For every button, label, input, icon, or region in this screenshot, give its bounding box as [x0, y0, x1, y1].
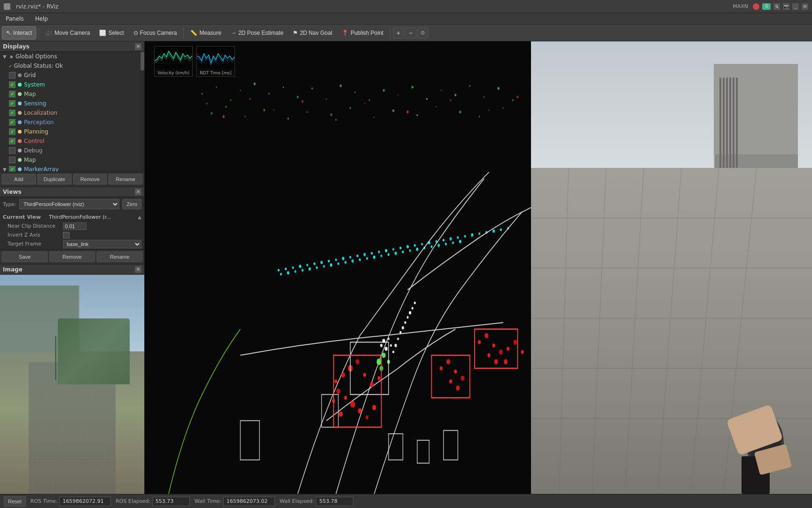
views-remove-button[interactable]: Remove	[49, 252, 95, 262]
wall-time-value[interactable]: 1659862073.02	[223, 497, 275, 506]
invert-z-checkbox[interactable]	[63, 232, 70, 238]
views-close-button[interactable]: ✕	[135, 189, 141, 195]
image-close-button[interactable]: ✕	[135, 266, 141, 273]
svg-point-77	[421, 243, 423, 246]
views-zero-button[interactable]: Zero	[122, 199, 141, 209]
display-label: Localization	[24, 110, 139, 116]
display-item-map2[interactable]: Map	[0, 155, 141, 165]
nav-goal-button[interactable]: ⚑ 2D Nav Goal	[289, 26, 336, 40]
network-icon[interactable]: ⇅	[773, 3, 780, 10]
add-button[interactable]: Add	[2, 174, 36, 184]
select-button[interactable]: ⬜ Select	[95, 26, 128, 40]
display-label: Global Status: Ok	[14, 63, 139, 69]
views-title: Views	[3, 189, 133, 195]
svg-point-92	[294, 270, 296, 273]
views-save-button[interactable]: Save	[2, 252, 47, 262]
svg-point-60	[299, 265, 301, 268]
ndt-plot: NDT Time [ms]	[196, 46, 235, 77]
svg-point-103	[373, 255, 375, 259]
check-box-marker[interactable]: ✓	[9, 166, 16, 172]
duplicate-button[interactable]: Duplicate	[38, 174, 71, 184]
display-item-sensing[interactable]: ✓ Sensing	[0, 99, 141, 108]
svg-point-138	[513, 340, 517, 345]
svg-point-143	[454, 370, 457, 373]
display-label: Sensing	[24, 100, 139, 107]
check-box-map2[interactable]	[9, 157, 16, 163]
displays-close-button[interactable]: ✕	[135, 43, 141, 50]
display-item-control[interactable]: ✓ Control	[0, 136, 141, 146]
screenshot-icon[interactable]: 📷	[783, 3, 789, 10]
zoom-fit-button[interactable]: ⊙	[417, 27, 429, 39]
check-box-planning[interactable]: ✓	[9, 128, 16, 135]
minimize-icon[interactable]: _	[792, 3, 799, 10]
near-clip-input[interactable]	[63, 222, 86, 230]
display-item-localization[interactable]: ✓ Localization	[0, 108, 141, 118]
svg-point-61	[306, 264, 308, 267]
svg-point-10	[230, 99, 232, 101]
gpu-icon[interactable]: G	[762, 3, 771, 10]
check-box-perception[interactable]: ✓	[9, 119, 16, 126]
measure-button[interactable]: 📏 Measure	[186, 26, 226, 40]
wall-elapsed-value[interactable]: 553.78	[316, 497, 353, 506]
interact-label: Interact	[13, 30, 32, 36]
svg-point-36	[307, 111, 308, 113]
display-item-grid[interactable]: Grid	[0, 71, 141, 80]
svg-point-67	[349, 256, 351, 259]
menu-help[interactable]: Help	[33, 15, 50, 23]
cv-expand-icon[interactable]: ▲	[138, 214, 141, 220]
views-type-select[interactable]: ThirdPersonFollower (rviz)	[19, 199, 119, 209]
svg-point-120	[363, 373, 366, 377]
ros-elapsed-value[interactable]: 553.73	[152, 497, 190, 506]
svg-point-50	[302, 100, 304, 103]
display-item-global-status[interactable]: ✓ Global Status: Ok	[0, 61, 141, 71]
reset-button[interactable]: Reset	[4, 496, 26, 507]
display-item-markerarray[interactable]: ▼ ✓ MarkerArray	[0, 165, 141, 172]
svg-point-68	[357, 254, 359, 257]
svg-point-125	[350, 401, 355, 408]
svg-point-27	[469, 85, 470, 87]
app-icon	[4, 3, 10, 10]
zoom-out-button[interactable]: −	[405, 27, 416, 39]
svg-point-132	[484, 333, 488, 338]
interact-button[interactable]: ↖ Interact	[2, 26, 36, 40]
display-item-system[interactable]: ✓ System	[0, 80, 141, 89]
display-item-planning[interactable]: ✓ Planning	[0, 127, 141, 136]
ros-time-value[interactable]: 1659862072.91	[59, 497, 111, 506]
svg-point-18	[340, 85, 342, 87]
check-box-localization[interactable]: ✓	[9, 110, 16, 116]
views-header: Views ✕	[0, 187, 144, 197]
publish-point-button[interactable]: 📍 Publish Point	[337, 26, 388, 40]
check-box-sensing[interactable]: ✓	[9, 100, 16, 107]
remove-button[interactable]: Remove	[73, 174, 107, 184]
zoom-in-button[interactable]: +	[393, 27, 404, 39]
displays-scroll[interactable]: ▼ ● Global Options ✓ Global Status: Ok	[0, 52, 141, 172]
expand-icon-marker: ▼	[3, 167, 8, 172]
record-icon[interactable]	[753, 3, 759, 10]
views-rename-button[interactable]: Rename	[97, 252, 142, 262]
3d-viewport[interactable]: Velocity (km/h) NDT Time [ms]	[145, 41, 531, 494]
cv-row-target-frame: Target Frame base_link	[0, 239, 144, 248]
pose-estimate-button[interactable]: → 2D Pose Estimate	[226, 26, 288, 40]
svg-point-38	[350, 107, 351, 109]
display-item-debug[interactable]: Debug	[0, 146, 141, 155]
image-header: Image ✕	[0, 264, 144, 275]
rename-button[interactable]: Rename	[109, 174, 142, 184]
check-box-grid[interactable]	[9, 72, 16, 79]
svg-point-69	[363, 253, 366, 256]
image-canvas[interactable]	[0, 275, 144, 494]
check-box-system[interactable]: ✓	[9, 81, 16, 88]
display-item-perception[interactable]: ✓ Perception	[0, 118, 141, 127]
menu-panels[interactable]: Panels	[4, 15, 26, 23]
display-item-map[interactable]: ✓ Map	[0, 89, 141, 99]
check-box-map[interactable]: ✓	[9, 91, 16, 97]
display-item-global-options[interactable]: ▼ ● Global Options	[0, 52, 141, 61]
check-box-debug[interactable]	[9, 147, 16, 154]
email-icon[interactable]: ✉	[802, 3, 808, 10]
expand-icon: ▼	[3, 54, 8, 59]
target-frame-select[interactable]: base_link	[63, 240, 141, 248]
move-camera-button[interactable]: 🎥 Move Camera	[41, 26, 94, 40]
focus-camera-button[interactable]: ⊙ Focus Camera	[129, 26, 181, 40]
svg-line-6	[98, 384, 117, 494]
bullet-icon: ●	[10, 55, 13, 59]
check-box-control[interactable]: ✓	[9, 138, 16, 144]
